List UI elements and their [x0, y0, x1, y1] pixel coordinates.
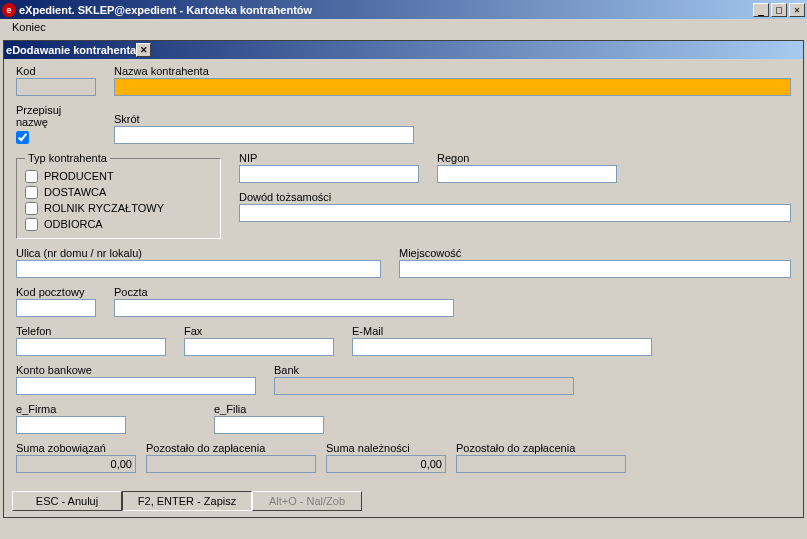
- label-efilia: e_Filia: [214, 403, 324, 415]
- producent-checkbox[interactable]: [25, 170, 38, 183]
- label-konto: Konto bankowe: [16, 364, 256, 376]
- kod-pocztowy-field[interactable]: [16, 299, 96, 317]
- label-producent: PRODUCENT: [44, 170, 114, 182]
- telefon-field[interactable]: [16, 338, 166, 356]
- dostawca-checkbox[interactable]: [25, 186, 38, 199]
- label-telefon: Telefon: [16, 325, 166, 337]
- regon-field[interactable]: [437, 165, 617, 183]
- label-kodp: Kod pocztowy: [16, 286, 96, 298]
- label-odbiorca: ODBIORCA: [44, 218, 103, 230]
- maximize-button[interactable]: □: [771, 3, 787, 17]
- label-pozostalo2: Pozostało do zapłacenia: [456, 442, 626, 454]
- typ-kontrahenta-group: Typ kontrahenta PRODUCENT DOSTAWCA ROLNI…: [16, 152, 221, 239]
- label-przepisuj: Przepisuj nazwę: [16, 104, 96, 128]
- label-dostawca: DOSTAWCA: [44, 186, 106, 198]
- dialog-titlebar: e Dodawanie kontrahenta ✕: [4, 41, 803, 59]
- miejscowosc-field[interactable]: [399, 260, 791, 278]
- suma-zobowiazan-field: [16, 455, 136, 473]
- efirma-field[interactable]: [16, 416, 126, 434]
- label-poczta: Poczta: [114, 286, 454, 298]
- pozostalo-nal-field: [456, 455, 626, 473]
- nazwa-field[interactable]: [114, 78, 791, 96]
- button-bar: ESC - Anuluj F2, ENTER - Zapisz Alt+O - …: [4, 487, 803, 517]
- efilia-field[interactable]: [214, 416, 324, 434]
- poczta-field[interactable]: [114, 299, 454, 317]
- label-pozostalo1: Pozostało do zapłacenia: [146, 442, 316, 454]
- suma-naleznosci-field: [326, 455, 446, 473]
- minimize-button[interactable]: _: [753, 3, 769, 17]
- konto-field[interactable]: [16, 377, 256, 395]
- menu-koniec[interactable]: Koniec: [6, 19, 52, 35]
- dialog-close-button[interactable]: ✕: [136, 43, 151, 57]
- pozostalo-zob-field: [146, 455, 316, 473]
- dowod-field[interactable]: [239, 204, 791, 222]
- label-typ: Typ kontrahenta: [25, 152, 110, 164]
- save-button[interactable]: F2, ENTER - Zapisz: [122, 491, 252, 511]
- label-email: E-Mail: [352, 325, 652, 337]
- nip-field[interactable]: [239, 165, 419, 183]
- kod-field[interactable]: [16, 78, 96, 96]
- window-title: eXpedient. SKLEP@expedient - Kartoteka k…: [19, 4, 753, 16]
- main-titlebar: e eXpedient. SKLEP@expedient - Kartoteka…: [0, 0, 807, 19]
- label-regon: Regon: [437, 152, 617, 164]
- label-sumanal: Suma należności: [326, 442, 446, 454]
- email-field[interactable]: [352, 338, 652, 356]
- label-efirma: e_Firma: [16, 403, 126, 415]
- nalzob-button[interactable]: Alt+O - Nal/Zob: [252, 491, 362, 511]
- label-kod: Kod: [16, 65, 96, 77]
- ulica-field[interactable]: [16, 260, 381, 278]
- cancel-button[interactable]: ESC - Anuluj: [12, 491, 122, 511]
- przepisuj-checkbox[interactable]: [16, 131, 29, 144]
- label-skrot: Skrót: [114, 113, 414, 125]
- bank-field[interactable]: [274, 377, 574, 395]
- fax-field[interactable]: [184, 338, 334, 356]
- skrot-field[interactable]: [114, 126, 414, 144]
- menubar: Koniec: [0, 19, 807, 37]
- label-sumazob: Suma zobowiązań: [16, 442, 136, 454]
- label-nazwa: Nazwa kontrahenta: [114, 65, 791, 77]
- odbiorca-checkbox[interactable]: [25, 218, 38, 231]
- label-dowod: Dowód tożsamości: [239, 191, 791, 203]
- dialog-title: Dodawanie kontrahenta: [12, 44, 136, 56]
- dialog-dodawanie-kontrahenta: e Dodawanie kontrahenta ✕ Kod Nazwa kont…: [3, 40, 804, 518]
- rolnik-checkbox[interactable]: [25, 202, 38, 215]
- label-bank: Bank: [274, 364, 574, 376]
- label-fax: Fax: [184, 325, 334, 337]
- label-miejsc: Miejscowość: [399, 247, 791, 259]
- app-icon: e: [2, 3, 16, 17]
- label-ulica: Ulica (nr domu / nr lokalu): [16, 247, 381, 259]
- label-rolnik: ROLNIK RYCZAŁTOWY: [44, 202, 164, 214]
- close-button[interactable]: ✕: [789, 3, 805, 17]
- label-nip: NIP: [239, 152, 419, 164]
